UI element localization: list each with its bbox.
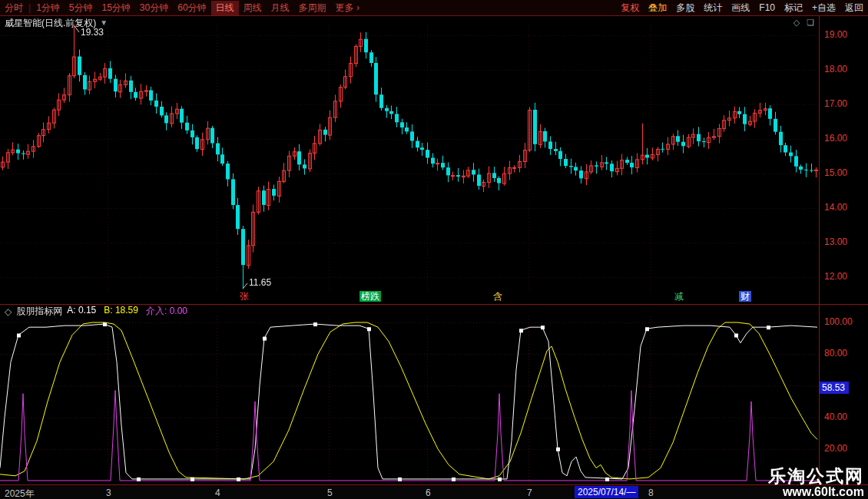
toolbar-period-9[interactable]: 多周期 bbox=[294, 1, 331, 15]
stock-title: 威星智能(日线.前复权) bbox=[5, 17, 96, 30]
indicator-current-value-badge: 58.53 bbox=[820, 382, 849, 394]
diamond-icon[interactable]: ◇ bbox=[793, 18, 800, 28]
watermark: 乐淘公式网 www.60lt.com bbox=[768, 467, 864, 498]
app-window: 分时|1分钟5分钟15分钟30分钟60分钟日线周线月线多周期更多 › 复权叠加多… bbox=[0, 0, 868, 499]
toolbar-period-0[interactable]: 分时 bbox=[0, 1, 28, 15]
date-label-4: 6 bbox=[426, 487, 431, 498]
toolbar-period-2[interactable]: 5分钟 bbox=[65, 1, 98, 15]
date-label-5: 7 bbox=[527, 487, 532, 498]
price-tick: 17.00 bbox=[824, 99, 847, 109]
toolbar-tool-1[interactable]: 叠加 bbox=[644, 1, 671, 15]
indicator-diamond-icon[interactable]: ◇ bbox=[5, 306, 12, 317]
toolbar-tool-3[interactable]: 统计 bbox=[699, 1, 727, 15]
main-chart-canvas[interactable] bbox=[0, 25, 819, 290]
price-tick: 19.00 bbox=[824, 30, 847, 40]
toolbar-period-10[interactable]: 更多 › bbox=[331, 1, 364, 15]
window-icon[interactable]: ❏ bbox=[807, 18, 814, 28]
indicator-name: 股朋指标网 bbox=[16, 305, 62, 318]
event-badge-3: 减 bbox=[673, 291, 685, 302]
indicator-value-1: B: 18.59 bbox=[104, 305, 138, 318]
watermark-site-name: 乐淘公式网 bbox=[768, 467, 864, 485]
price-tick: 15.00 bbox=[824, 168, 847, 178]
toolbar-period-4[interactable]: 30分钟 bbox=[135, 1, 173, 15]
toolbar-tool-0[interactable]: 复权 bbox=[616, 1, 644, 15]
indicator-values: A: 0.15B: 18.59介入: 0.00 bbox=[67, 305, 187, 318]
indicator-tick: 100.00 bbox=[824, 317, 853, 327]
indicator-tick: 20.00 bbox=[824, 444, 847, 454]
event-badge-2: 含 bbox=[492, 291, 504, 302]
toolbar-period-5[interactable]: 60分钟 bbox=[173, 1, 210, 15]
date-label-2: 4 bbox=[215, 487, 220, 498]
toolbar-tool-2[interactable]: 多股 bbox=[671, 1, 699, 15]
indicator-tick: 80.00 bbox=[824, 349, 847, 359]
toolbar-tool-6[interactable]: 标记 bbox=[780, 1, 807, 15]
toolbar-period-3[interactable]: 15分钟 bbox=[98, 1, 135, 15]
date-label-6: 8 bbox=[648, 487, 654, 498]
toolbar-period-7[interactable]: 周线 bbox=[239, 1, 267, 15]
toolbar-tool-7[interactable]: +自选 bbox=[807, 1, 840, 15]
price-tick: 12.00 bbox=[824, 272, 847, 282]
price-tick: 14.00 bbox=[824, 203, 847, 213]
indicator-title-row: ◇ 股朋指标网 A: 0.15B: 18.59介入: 0.00 bbox=[5, 306, 187, 316]
toolbar-tool-4[interactable]: 画线 bbox=[727, 1, 754, 15]
toolbar-period-1[interactable]: 1分钟 bbox=[31, 1, 65, 15]
event-badge-1: 榜跌 bbox=[359, 291, 381, 302]
date-label-1: 3 bbox=[106, 487, 111, 498]
top-toolbar: 分时|1分钟5分钟15分钟30分钟60分钟日线周线月线多周期更多 › 复权叠加多… bbox=[0, 0, 868, 16]
toolbar-period-6[interactable]: 日线 bbox=[211, 1, 239, 15]
indicator-value-2: 介入: 0.00 bbox=[146, 305, 187, 318]
selected-date-label: 2025/07/14/— bbox=[575, 486, 638, 498]
price-tick: 18.00 bbox=[824, 64, 847, 74]
watermark-url: www.60lt.com bbox=[768, 485, 864, 498]
price-tick: 16.00 bbox=[824, 134, 847, 144]
price-tick: 13.00 bbox=[824, 237, 847, 247]
date-label-0: 2025年 bbox=[5, 487, 35, 499]
main-chart-title-row: 威星智能(日线.前复权) ▼ bbox=[5, 18, 108, 28]
toolbar-tool-5[interactable]: F10 bbox=[754, 1, 780, 15]
toolbar-period-8[interactable]: 月线 bbox=[267, 1, 294, 15]
title-corner-icons: ◇ ❏ bbox=[793, 18, 814, 28]
indicator-tick: 40.00 bbox=[824, 412, 847, 422]
indicator-canvas[interactable] bbox=[0, 316, 819, 484]
tools-menu: 复权叠加多股统计画线F10标记+自选返回 bbox=[616, 0, 868, 15]
event-badge-4: 财 bbox=[739, 291, 751, 302]
chevron-down-icon[interactable]: ▼ bbox=[100, 18, 108, 28]
period-menu: 分时|1分钟5分钟15分钟30分钟60分钟日线周线月线多周期更多 › bbox=[0, 0, 364, 15]
date-label-3: 5 bbox=[327, 487, 333, 498]
event-badge-0: 张 bbox=[238, 291, 250, 302]
toolbar-tool-8[interactable]: 返回 bbox=[840, 1, 868, 15]
indicator-value-0: A: 0.15 bbox=[67, 305, 96, 318]
date-axis[interactable]: 2025年3456782025/07/14/— bbox=[0, 484, 868, 499]
